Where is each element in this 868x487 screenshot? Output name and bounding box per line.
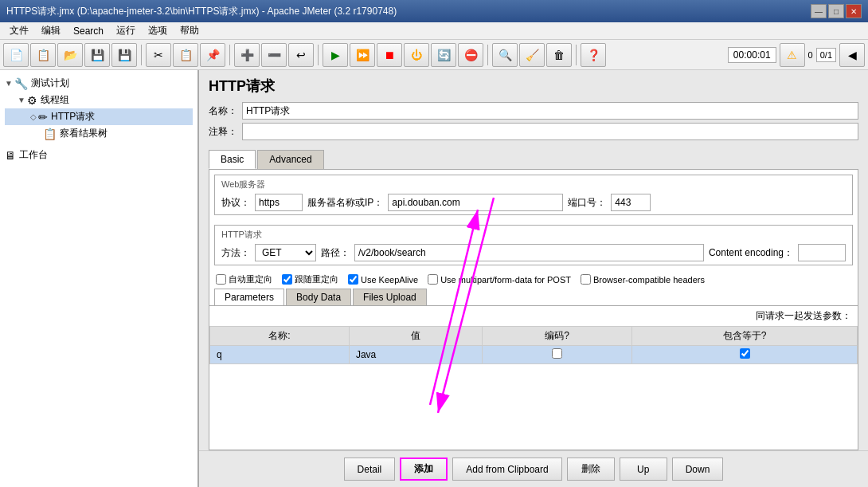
server-label: 服务器名称或IP： bbox=[307, 196, 383, 210]
detail-button[interactable]: Detail bbox=[344, 458, 396, 481]
tree-item-workbench[interactable]: 🖥 工作台 bbox=[5, 147, 193, 163]
cut-button[interactable]: ✂ bbox=[146, 43, 171, 67]
server-input[interactable] bbox=[388, 194, 563, 211]
checkbox-row: 自动重定向 跟随重定向 Use KeepAlive Use multipart/… bbox=[209, 270, 858, 289]
menu-bar: 文件 编辑 Search 运行 选项 帮助 bbox=[0, 22, 868, 40]
sub-tab-filesupload[interactable]: Files Upload bbox=[353, 289, 427, 305]
params-area: 同请求一起发送参数： 名称: 值 编码? 包含等于? bbox=[209, 306, 858, 450]
new-button[interactable]: 📄 bbox=[3, 43, 29, 67]
method-select[interactable]: GET POST PUT DELETE bbox=[255, 244, 316, 261]
col-encoded: 编码? bbox=[483, 327, 632, 346]
name-row: 名称： bbox=[209, 102, 858, 120]
undo-button[interactable]: ↩ bbox=[288, 43, 314, 67]
checkbox-keepalive[interactable]: Use KeepAlive bbox=[348, 274, 418, 285]
checkbox-auto-redirect[interactable]: 自动重定向 bbox=[216, 273, 272, 285]
clear-button[interactable]: 🧹 bbox=[519, 43, 545, 67]
table-row[interactable]: q Java bbox=[210, 346, 858, 364]
close-button[interactable]: ✕ bbox=[846, 4, 862, 18]
remote-start-button[interactable]: 🔄 bbox=[431, 43, 456, 67]
add-button[interactable]: 添加 bbox=[400, 458, 448, 481]
path-input[interactable] bbox=[354, 244, 704, 261]
clear-all-button[interactable]: 🗑 bbox=[546, 43, 572, 67]
comment-row: 注释： bbox=[209, 123, 858, 140]
add-button[interactable]: ➕ bbox=[234, 43, 260, 67]
http-request-title: HTTP请求 bbox=[221, 229, 846, 241]
shutdown-button[interactable]: ⏻ bbox=[404, 43, 429, 67]
menu-search[interactable]: Search bbox=[67, 24, 110, 38]
warning-button[interactable]: ⚠ bbox=[780, 43, 805, 67]
menu-run[interactable]: 运行 bbox=[110, 22, 142, 39]
tab-basic[interactable]: Basic bbox=[209, 150, 256, 169]
start-no-pauses-button[interactable]: ⏩ bbox=[350, 43, 375, 67]
tree-item-resulttree[interactable]: 📋 察看结果树 bbox=[5, 125, 193, 142]
workbench-icon: 🖥 bbox=[5, 149, 16, 162]
title-bar: HTTPS请求.jmx (D:\apache-jmeter-3.2\bin\HT… bbox=[0, 0, 868, 22]
add-from-clipboard-button[interactable]: Add from Clipboard bbox=[452, 458, 561, 481]
checkbox-browser-headers[interactable]: Browser-compatible headers bbox=[581, 274, 705, 285]
params-table: 名称: 值 编码? 包含等于? q Java bbox=[209, 326, 858, 364]
right-panel: HTTP请求 名称： 注释： Basic Advanced Web bbox=[199, 70, 868, 487]
up-button[interactable]: Up bbox=[620, 458, 667, 481]
name-label: 名称： bbox=[209, 104, 237, 118]
window-controls: — □ ✕ bbox=[811, 4, 862, 18]
tree-panel: ▼ 🔧 测试计划 ▼ ⚙ 线程组 ◇ ✏ HTTP请求 📋 察看结果树 🖥 工作… bbox=[0, 70, 199, 487]
resulttree-label: 察看结果树 bbox=[60, 127, 108, 140]
warn-count: 0 bbox=[808, 50, 813, 60]
remote-stop-button[interactable]: ⛔ bbox=[458, 43, 483, 67]
encoding-label: Content encoding： bbox=[709, 246, 793, 260]
menu-file[interactable]: 文件 bbox=[3, 22, 35, 39]
separator-5 bbox=[576, 45, 577, 65]
delete-button[interactable]: 删除 bbox=[567, 458, 615, 481]
minimize-button[interactable]: — bbox=[811, 4, 827, 18]
sub-tabs: Parameters Body Data Files Upload bbox=[209, 289, 858, 306]
down-button[interactable]: Down bbox=[672, 458, 724, 481]
menu-help[interactable]: 帮助 bbox=[174, 22, 205, 39]
web-server-fields: 协议： 服务器名称或IP： 端口号： bbox=[221, 194, 846, 211]
port-input[interactable] bbox=[611, 194, 651, 211]
open-templates-button[interactable]: 📋 bbox=[30, 43, 56, 67]
name-input[interactable] bbox=[242, 102, 858, 120]
stop-button[interactable]: ⏹ bbox=[377, 43, 402, 67]
threadgroup-label: 线程组 bbox=[41, 93, 69, 107]
sub-tab-parameters[interactable]: Parameters bbox=[214, 289, 284, 305]
resulttree-icon: 📋 bbox=[43, 128, 57, 140]
maximize-button[interactable]: □ bbox=[828, 4, 844, 18]
save-button[interactable]: 💾 bbox=[84, 43, 110, 67]
remove-button[interactable]: ➖ bbox=[261, 43, 287, 67]
loop-count: 0/1 bbox=[816, 48, 836, 62]
comment-input[interactable] bbox=[242, 123, 858, 140]
start-button[interactable]: ▶ bbox=[323, 43, 348, 67]
checkbox-follow-redirect[interactable]: 跟随重定向 bbox=[282, 273, 338, 285]
web-server-title: Web服务器 bbox=[221, 179, 846, 190]
http-request-fields: 方法： GET POST PUT DELETE 路径： Content enco… bbox=[221, 244, 846, 261]
paste-button[interactable]: 📌 bbox=[200, 43, 225, 67]
tree-item-httprequest[interactable]: ◇ ✏ HTTP请求 bbox=[5, 108, 193, 125]
workbench-label: 工作台 bbox=[19, 148, 48, 162]
param-encoded bbox=[483, 346, 632, 364]
main-tabs: Basic Advanced bbox=[199, 147, 868, 169]
save-as-button[interactable]: 💾 bbox=[111, 43, 137, 67]
main-layout: ▼ 🔧 测试计划 ▼ ⚙ 线程组 ◇ ✏ HTTP请求 📋 察看结果树 🖥 工作… bbox=[0, 70, 868, 487]
comment-label: 注释： bbox=[209, 125, 237, 139]
tree-item-testplan[interactable]: ▼ 🔧 测试计划 bbox=[5, 75, 193, 92]
copy-button[interactable]: 📋 bbox=[173, 43, 198, 67]
threadgroup-icon: ⚙ bbox=[27, 94, 37, 107]
menu-options[interactable]: 选项 bbox=[142, 22, 174, 39]
checkbox-multipart[interactable]: Use multipart/form-data for POST bbox=[428, 274, 571, 285]
protocol-input[interactable] bbox=[255, 194, 303, 211]
tree-item-threadgroup[interactable]: ▼ ⚙ 线程组 bbox=[5, 92, 193, 108]
http-request-section: HTTP请求 方法： GET POST PUT DELETE 路径： Conte… bbox=[214, 225, 853, 265]
open-button[interactable]: 📂 bbox=[57, 43, 83, 67]
sub-tab-bodydata[interactable]: Body Data bbox=[286, 289, 351, 305]
col-value: 值 bbox=[349, 327, 482, 346]
request-title: HTTP请求 bbox=[209, 77, 858, 96]
request-header: HTTP请求 名称： 注释： bbox=[199, 70, 868, 147]
tab-advanced[interactable]: Advanced bbox=[257, 150, 323, 169]
search-toolbar-button[interactable]: 🔍 bbox=[492, 43, 518, 67]
help-toolbar-button[interactable]: ❓ bbox=[581, 43, 606, 67]
encoding-input[interactable] bbox=[798, 244, 846, 261]
separator-3 bbox=[318, 45, 319, 65]
button-row: Detail 添加 Add from Clipboard 删除 Up Down bbox=[199, 450, 868, 487]
menu-edit[interactable]: 编辑 bbox=[35, 22, 67, 39]
prev-button[interactable]: ◀ bbox=[839, 43, 865, 67]
